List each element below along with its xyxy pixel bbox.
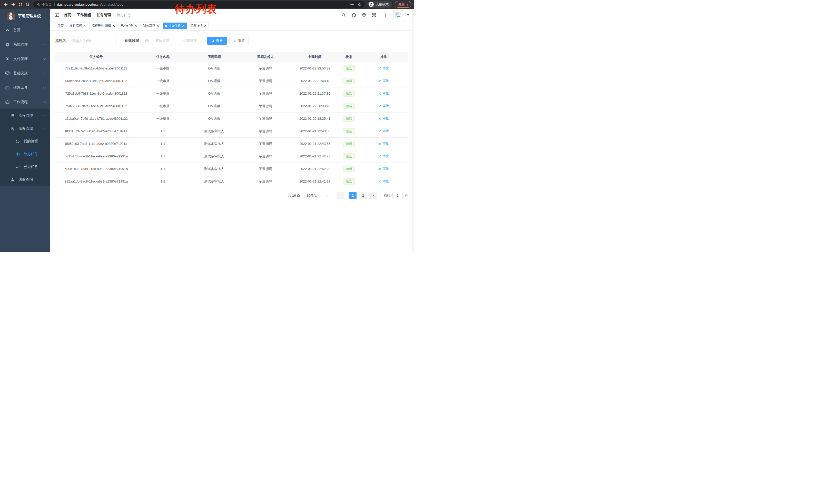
page-button-2[interactable]: 2	[359, 192, 367, 199]
tab-close-icon[interactable]	[157, 25, 159, 27]
approve-link[interactable]: 审批	[378, 66, 389, 71]
sidebar-item-task-management[interactable]: 任务管理	[0, 122, 50, 135]
prev-page-button[interactable]	[336, 192, 344, 199]
approve-link[interactable]: 审批	[378, 179, 389, 184]
reset-button[interactable]: 重置	[229, 37, 249, 45]
goto-page-input[interactable]	[392, 192, 403, 199]
tab-close-icon[interactable]	[182, 25, 184, 27]
font-size-icon[interactable]	[382, 13, 387, 17]
col-task-name: 任务名称	[137, 52, 189, 62]
table-row[interactable]: 73211d9d-7b9b-11ec-b5b7-acde48001122 一级审…	[55, 62, 408, 75]
pen-edit-icon	[378, 129, 382, 133]
tab[interactable]: 流程详情	[188, 22, 209, 29]
table-row[interactable]: 58154733-7ac8-11ec-a9e2-a2380e71991a 1.2…	[55, 150, 408, 163]
process-name-input[interactable]	[69, 37, 117, 45]
table-row[interactable]: 381aa1dd-7ac8-11ec-a9e2-a2380e71991a 1.2…	[55, 175, 408, 188]
tab[interactable]: 流程表单-编辑	[89, 22, 117, 29]
approve-link[interactable]: 审批	[378, 129, 389, 133]
approve-link[interactable]: 审批	[378, 79, 389, 83]
tab[interactable]: 已办任务	[119, 22, 139, 29]
page-content: 流程名 创建时间 开始日期 - 结束日期 搜索	[50, 30, 414, 199]
breadcrumb-workflow[interactable]: 工作流程	[77, 13, 91, 17]
avatar[interactable]	[393, 10, 403, 20]
search-icon[interactable]	[341, 13, 346, 17]
app-logo	[7, 12, 15, 20]
browser-update-button[interactable]: 更新	[395, 1, 411, 8]
page-button-1[interactable]: 1	[349, 192, 357, 199]
sidebar-logo-bar[interactable]: 芋道管理系统	[0, 9, 50, 23]
breadcrumb: 首页 / 工作流程 / 任务管理 / 待办任务	[64, 13, 131, 17]
approve-link[interactable]: 审批	[378, 116, 389, 121]
reload-icon[interactable]	[17, 1, 24, 8]
github-icon[interactable]	[351, 13, 356, 18]
sidebar-item-dev-tools[interactable]: 研发工具	[0, 81, 50, 95]
tab-close-icon[interactable]	[113, 25, 115, 27]
cell-task-id: 580e1b3d-7ac8-11ec-a9e2-a2380e71991a	[55, 163, 137, 175]
kebab-menu-icon[interactable]	[406, 2, 410, 7]
table-row[interactable]: 580e1b3d-7ac8-11ec-a9e2-a2380e71991a 1.1…	[55, 163, 408, 175]
status-badge: 激活	[343, 65, 355, 72]
bookmark-star-icon[interactable]	[358, 2, 362, 7]
next-page-button[interactable]	[369, 192, 377, 199]
forward-icon[interactable]	[10, 1, 16, 8]
sidebar-item-leave-query[interactable]: 请假查询	[0, 173, 50, 186]
approve-link[interactable]: 审批	[378, 166, 389, 171]
status-badge: 激活	[343, 166, 355, 172]
incognito-badge: 无痕模式	[368, 1, 392, 8]
tab[interactable]: 我的流程	[140, 22, 161, 29]
pen-edit-icon	[378, 154, 382, 158]
cell-task-id: 8f059c03-7ac8-11ec-a9e2-a2380e71991a	[55, 137, 137, 150]
sidebar-item-home[interactable]: 首页	[0, 23, 50, 37]
scrollbar[interactable]	[412, 9, 414, 252]
approve-link[interactable]: 审批	[378, 141, 389, 146]
tab-close-icon[interactable]	[204, 25, 206, 27]
tab-close-icon[interactable]	[83, 25, 86, 27]
back-icon[interactable]	[3, 1, 9, 8]
home-icon[interactable]	[24, 1, 31, 8]
page-size-select[interactable]: 10条/页	[304, 192, 330, 199]
sidebar-item-workflow[interactable]: 工作流程	[0, 95, 50, 109]
sidebar-item-infrastructure[interactable]: 基础设施	[0, 66, 50, 81]
sidebar-item-payment[interactable]: ¥ 支付管理	[0, 52, 50, 66]
approve-link[interactable]: 审批	[378, 154, 389, 158]
sidebar-item-todo-tasks[interactable]: 待办任务	[0, 148, 50, 161]
cell-process: OA 请假	[189, 75, 240, 87]
sidebar-item-process-management[interactable]: 流程管理	[0, 109, 50, 122]
table-row[interactable]: 069c6a63-7b8a-11ec-8ef0-acde48001122 一级审…	[55, 75, 408, 87]
tab[interactable]: 发起流程	[67, 22, 88, 29]
cell-status: 激活	[339, 137, 359, 150]
sidebar-item-my-process[interactable]: 我的流程	[0, 135, 50, 148]
password-key-icon[interactable]	[349, 2, 354, 7]
calendar-icon	[145, 39, 149, 43]
address-bar[interactable]: 不安全 dashboard.yudao.iocoder.cn/bpm/task/…	[33, 1, 365, 8]
fullscreen-icon[interactable]	[372, 13, 376, 17]
cell-starter: 芋道源码	[240, 112, 291, 125]
table-row[interactable]: 8f059c03-7ac8-11ec-a9e2-a2380e71991a 1.1…	[55, 137, 408, 150]
incognito-label: 无痕模式	[376, 2, 388, 7]
cell-task-name: 1.1	[137, 137, 189, 150]
tab[interactable]: 首页	[55, 22, 66, 29]
sidebar-collapse-icon[interactable]	[55, 12, 60, 18]
cell-status: 激活	[339, 150, 359, 163]
tab-label: 流程表单-编辑	[92, 24, 111, 28]
app-title: 芋道管理系统	[18, 13, 41, 18]
date-range-picker[interactable]: 开始日期 - 结束日期	[142, 37, 204, 45]
avatar-caret-icon[interactable]	[407, 14, 409, 16]
tab-close-icon[interactable]	[135, 25, 137, 27]
table-row[interactable]: 75d72608-7b7f-11ec-a3c8-acde48001122 一级审…	[55, 100, 408, 112]
table-row[interactable]: 8f0d1619-7ac8-11ec-a9e2-a2380e71991a 1.2…	[55, 125, 408, 137]
site-warning-icon[interactable]	[36, 3, 40, 6]
process-name-label: 流程名	[55, 39, 66, 43]
search-button[interactable]: 搜索	[207, 37, 227, 45]
approve-link[interactable]: 审批	[378, 103, 389, 108]
breadcrumb-home[interactable]: 首页	[64, 13, 71, 17]
tab[interactable]: 待办任务	[163, 22, 187, 29]
sidebar-item-done-tasks[interactable]: 已办任务	[0, 161, 50, 173]
tags-bar: 首页 发起流程 流程表单-编辑 已办任务 我的流程 待办任务	[50, 21, 414, 30]
sidebar-item-system[interactable]: 系统管理	[0, 37, 50, 52]
table-row[interactable]: 725a1eb6-7b88-11ec-8ef0-acde48001122 一级审…	[55, 87, 408, 100]
help-icon[interactable]	[362, 13, 366, 17]
approve-link[interactable]: 审批	[378, 91, 389, 96]
breadcrumb-task-management[interactable]: 任务管理	[97, 13, 111, 17]
table-row[interactable]: a6aba0a4-7b6d-11ec-b781-acde48001122 一级审…	[55, 112, 408, 125]
